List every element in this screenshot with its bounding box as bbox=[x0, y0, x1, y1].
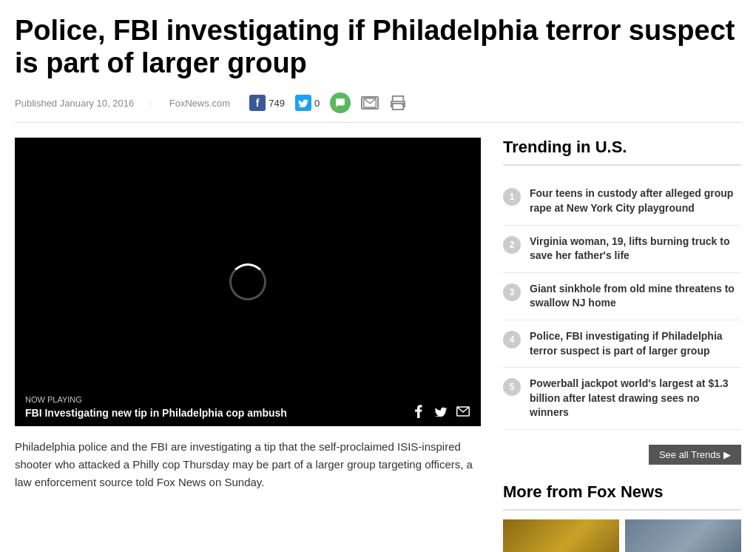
facebook-icon: f bbox=[249, 95, 266, 111]
trending-number-2: 2 bbox=[503, 236, 521, 254]
trending-number-3: 3 bbox=[503, 283, 521, 301]
dot-sep: · bbox=[150, 98, 153, 109]
article-body: Philadelphia police and the FBI are inve… bbox=[15, 438, 481, 491]
trending-list: 1 Four teens in custody after alleged gr… bbox=[503, 178, 741, 430]
more-fox-image-1[interactable] bbox=[503, 519, 619, 552]
svg-rect-1 bbox=[393, 96, 404, 101]
see-all-label: See all Trends bbox=[659, 449, 720, 460]
comments-button[interactable] bbox=[330, 92, 351, 113]
trending-item-text-4: Police, FBI investigating if Philadelphi… bbox=[530, 329, 741, 358]
content-layout: NOW PLAYING FBI Investigating new tip in… bbox=[15, 138, 741, 552]
video-overlay: NOW PLAYING FBI Investigating new tip in… bbox=[15, 388, 481, 426]
svg-point-3 bbox=[402, 104, 404, 105]
video-facebook-icon[interactable] bbox=[411, 404, 426, 419]
video-player[interactable]: NOW PLAYING FBI Investigating new tip in… bbox=[15, 138, 481, 426]
loading-spinner bbox=[229, 263, 266, 300]
list-item[interactable]: 5 Powerball jackpot world's largest at $… bbox=[503, 368, 741, 430]
trending-item-text-1: Four teens in custody after alleged grou… bbox=[530, 186, 741, 215]
now-playing-label: NOW PLAYING bbox=[25, 395, 287, 404]
video-social-icons bbox=[411, 404, 470, 419]
twitter-count: 0 bbox=[314, 98, 320, 109]
video-info: NOW PLAYING FBI Investigating new tip in… bbox=[25, 395, 287, 419]
published-date: Published January 10, 2016 bbox=[15, 98, 134, 109]
trending-item-text-5: Powerball jackpot world's largest at $1.… bbox=[530, 377, 741, 420]
svg-rect-0 bbox=[364, 98, 377, 107]
video-email-icon[interactable] bbox=[456, 404, 470, 419]
list-item[interactable]: 3 Giant sinkhole from old mine threatens… bbox=[503, 273, 741, 320]
see-all-trends-button[interactable]: See all Trends ▶ bbox=[649, 445, 741, 465]
trending-number-5: 5 bbox=[503, 378, 521, 396]
article-title: Police, FBI investigating if Philadelphi… bbox=[15, 15, 741, 79]
social-icons-bar: f 749 0 bbox=[249, 92, 407, 113]
sidebar: Trending in U.S. 1 Four teens in custody… bbox=[503, 138, 741, 552]
arrow-right-icon: ▶ bbox=[723, 449, 731, 460]
print-button[interactable] bbox=[389, 95, 407, 111]
twitter-share[interactable]: 0 bbox=[295, 95, 320, 111]
email-share-button[interactable] bbox=[361, 96, 379, 110]
list-item[interactable]: 2 Virginia woman, 19, lifts burning truc… bbox=[503, 226, 741, 273]
video-twitter-icon[interactable] bbox=[433, 404, 448, 419]
twitter-icon bbox=[295, 95, 311, 111]
source-label: FoxNews.com bbox=[169, 98, 230, 109]
facebook-count: 749 bbox=[269, 98, 285, 109]
list-item[interactable]: 1 Four teens in custody after alleged gr… bbox=[503, 178, 741, 225]
meta-bar: Published January 10, 2016 · FoxNews.com… bbox=[15, 92, 741, 123]
trending-title: Trending in U.S. bbox=[503, 138, 741, 166]
trending-number-1: 1 bbox=[503, 188, 521, 206]
trending-item-text-3: Giant sinkhole from old mine threatens t… bbox=[530, 282, 741, 311]
trending-number-4: 4 bbox=[503, 331, 521, 349]
trending-item-text-2: Virginia woman, 19, lifts burning truck … bbox=[530, 235, 741, 263]
main-content: NOW PLAYING FBI Investigating new tip in… bbox=[15, 138, 481, 552]
list-item[interactable]: 4 Police, FBI investigating if Philadelp… bbox=[503, 320, 741, 368]
see-all-trends-container: See all Trends ▶ bbox=[503, 445, 741, 465]
more-fox-title: More from Fox News bbox=[503, 482, 741, 511]
facebook-share[interactable]: f 749 bbox=[249, 95, 285, 111]
page-wrapper: Police, FBI investigating if Philadelphi… bbox=[0, 0, 756, 552]
more-fox-image-2[interactable] bbox=[625, 519, 741, 552]
video-title: FBI Investigating new tip in Philadelphi… bbox=[25, 407, 287, 419]
more-fox-images bbox=[503, 519, 741, 552]
